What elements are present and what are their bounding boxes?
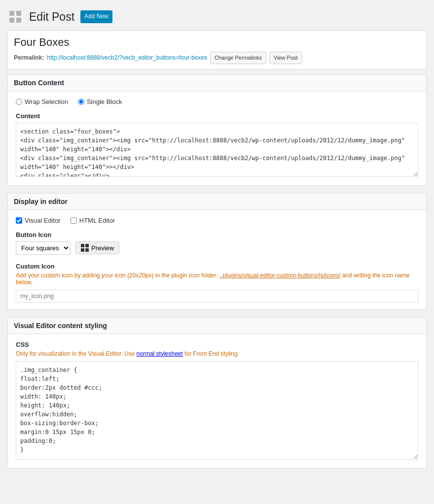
html-editor-checkbox-option[interactable]: HTML Editor xyxy=(71,217,115,224)
wrap-selection-label: Wrap Selection xyxy=(25,98,68,105)
visual-editor-checkbox[interactable] xyxy=(16,217,22,224)
visual-editor-styling-panel-body: CSS Only for visualization in the Visual… xyxy=(8,334,426,468)
preview-label: Preview xyxy=(91,244,114,252)
css-normal-stylesheet-link[interactable]: normal stylesheet xyxy=(137,350,183,357)
custom-icon-desc-start: Add your custom icon by adding your icon… xyxy=(16,272,219,279)
svg-rect-2 xyxy=(9,18,14,23)
html-editor-label: HTML Editor xyxy=(79,217,115,224)
svg-rect-1 xyxy=(16,11,21,16)
button-icon-row: Four squares Custom Preview xyxy=(16,241,418,255)
custom-icon-label: Custom Icon xyxy=(16,263,418,270)
custom-icon-desc: Add your custom icon by adding your icon… xyxy=(16,272,418,286)
button-content-panel-body: Wrap Selection Single Block Content xyxy=(8,91,426,185)
single-block-label: Single Block xyxy=(87,98,122,105)
svg-rect-3 xyxy=(16,18,21,23)
editor-checkbox-group: Visual Editor HTML Editor xyxy=(16,217,418,224)
page-header: Edit Post Add New xyxy=(7,5,427,31)
css-desc-start: Only for visualization in the Visual Edi… xyxy=(16,350,137,357)
content-label: Content xyxy=(16,112,418,120)
permalink-label: Permalink: xyxy=(14,54,44,61)
svg-rect-0 xyxy=(9,11,14,16)
post-title: Four Boxes xyxy=(14,36,420,49)
single-block-radio[interactable] xyxy=(78,99,84,105)
css-textarea[interactable] xyxy=(16,361,418,460)
visual-editor-label: Visual Editor xyxy=(25,217,61,224)
button-content-panel-header: Button Content xyxy=(8,75,426,91)
visual-editor-checkbox-option[interactable]: Visual Editor xyxy=(16,217,61,224)
css-desc: Only for visualization in the Visual Edi… xyxy=(16,350,418,357)
button-content-panel: Button Content Wrap Selection Single Blo… xyxy=(7,74,427,186)
icon-select[interactable]: Four squares Custom xyxy=(16,241,71,255)
permalink-row: Permalink: http://localhost:8888/vecb2/?… xyxy=(14,52,420,64)
wrap-selection-option[interactable]: Wrap Selection xyxy=(16,98,68,105)
button-icon-label: Button Icon xyxy=(16,231,418,238)
change-permalinks-button[interactable]: Change Permalinks xyxy=(210,52,266,64)
css-label: CSS xyxy=(16,341,418,348)
permalink-url[interactable]: http://localhost:8888/vecb2/?vecb_editor… xyxy=(47,54,207,61)
visual-editor-styling-panel-header: Visual Editor content styling xyxy=(8,318,426,334)
view-post-button[interactable]: View Post xyxy=(269,52,302,64)
content-textarea[interactable] xyxy=(16,123,418,177)
visual-editor-styling-panel: Visual Editor content styling CSS Only f… xyxy=(7,317,427,469)
single-block-option[interactable]: Single Block xyxy=(78,98,122,105)
custom-icon-input[interactable] xyxy=(16,290,418,302)
four-squares-preview-icon xyxy=(81,244,89,252)
display-in-editor-panel: Display in editor Visual Editor HTML Edi… xyxy=(7,193,427,310)
display-in-editor-panel-header: Display in editor xyxy=(8,194,426,210)
page-title: Edit Post xyxy=(29,10,74,24)
add-new-button[interactable]: Add New xyxy=(80,10,112,23)
edit-post-icon xyxy=(7,9,23,25)
custom-icon-path-link[interactable]: ..plugins/visual-editor-custom-buttons/j… xyxy=(219,272,340,279)
html-editor-checkbox[interactable] xyxy=(71,217,77,224)
css-desc-end: for Front End styling. xyxy=(183,350,239,357)
display-in-editor-panel-body: Visual Editor HTML Editor Button Icon Fo… xyxy=(8,210,426,309)
block-type-radio-group: Wrap Selection Single Block xyxy=(16,98,418,105)
post-title-box: Four Boxes Permalink: http://localhost:8… xyxy=(7,31,427,69)
preview-button[interactable]: Preview xyxy=(75,241,119,254)
wrap-selection-radio[interactable] xyxy=(16,99,22,105)
